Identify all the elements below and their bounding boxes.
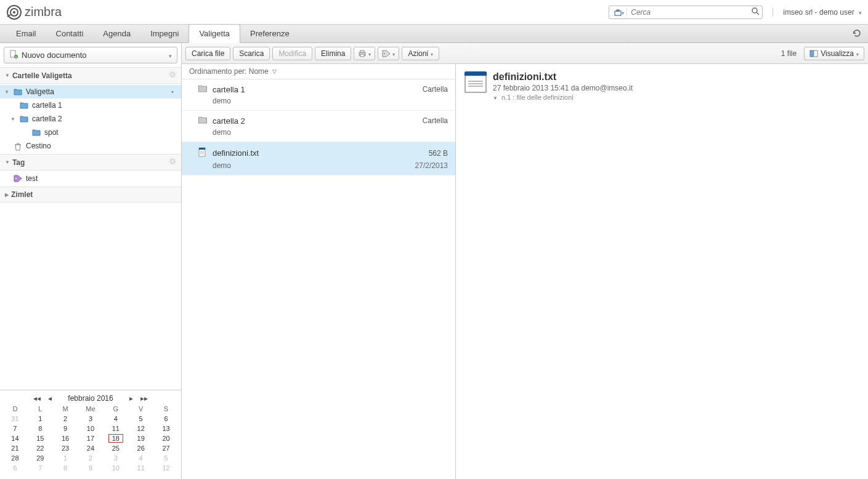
cal-day[interactable]: 25 bbox=[103, 443, 128, 453]
cal-day[interactable]: 10 bbox=[78, 424, 103, 433]
search-box[interactable] bbox=[609, 6, 763, 19]
tab-agenda[interactable]: Agenda bbox=[93, 25, 140, 42]
search-input[interactable] bbox=[627, 8, 751, 17]
cal-day[interactable]: 15 bbox=[28, 433, 53, 443]
tree-item-spot[interactable]: spot bbox=[0, 126, 181, 139]
view-button[interactable]: Visualizza bbox=[804, 47, 864, 60]
upload-button[interactable]: Carica file bbox=[185, 47, 230, 60]
cal-day[interactable]: 26 bbox=[128, 443, 153, 453]
file-item[interactable]: cartella 1Cartellademo bbox=[182, 79, 455, 111]
search-icon[interactable] bbox=[751, 7, 760, 17]
tab-valigetta[interactable]: Valigetta bbox=[189, 24, 240, 43]
tab-impegni[interactable]: Impegni bbox=[140, 25, 189, 42]
cal-day[interactable]: 7 bbox=[2, 424, 28, 433]
cal-day[interactable]: 5 bbox=[128, 414, 153, 424]
chevron-down-icon[interactable] bbox=[171, 89, 174, 95]
download-button[interactable]: Scarica bbox=[233, 47, 270, 60]
cal-day[interactable]: 17 bbox=[78, 433, 103, 443]
tag-item-label: test bbox=[26, 174, 38, 183]
cal-day[interactable]: 13 bbox=[153, 424, 179, 433]
tag-icon bbox=[382, 50, 391, 57]
tag-tree: test bbox=[0, 171, 181, 187]
cal-day[interactable]: 5 bbox=[153, 453, 179, 463]
tree-item-valigetta[interactable]: ▼ Valigetta bbox=[0, 85, 181, 99]
tag-button[interactable] bbox=[378, 47, 399, 60]
briefcase-icon bbox=[614, 9, 622, 16]
cal-day[interactable]: 1 bbox=[53, 453, 78, 463]
cal-day[interactable]: 7 bbox=[28, 463, 53, 473]
cal-day[interactable]: 8 bbox=[53, 463, 78, 473]
cal-day[interactable]: 9 bbox=[53, 424, 78, 433]
tree-item-label: cartella 2 bbox=[32, 115, 62, 123]
cal-day-header: L bbox=[28, 404, 53, 414]
svg-point-6 bbox=[752, 8, 757, 13]
cal-day[interactable]: 6 bbox=[153, 414, 179, 424]
cal-day[interactable]: 28 bbox=[2, 453, 28, 463]
cal-day[interactable]: 3 bbox=[78, 414, 103, 424]
cal-day[interactable]: 29 bbox=[28, 453, 53, 463]
cal-day[interactable]: 8 bbox=[28, 424, 53, 433]
cal-day[interactable]: 4 bbox=[103, 414, 128, 424]
cal-day[interactable]: 4 bbox=[128, 453, 153, 463]
cal-day[interactable]: 20 bbox=[153, 433, 179, 443]
cal-day[interactable]: 22 bbox=[28, 443, 53, 453]
refresh-button[interactable] bbox=[852, 28, 862, 40]
sort-header[interactable]: Ordinamento per: Nome ▽ bbox=[182, 64, 455, 79]
tab-preferenze[interactable]: Preferenze bbox=[240, 25, 299, 42]
gear-icon[interactable] bbox=[169, 71, 176, 80]
section-tags[interactable]: ▼ Tag bbox=[0, 154, 181, 171]
tree-item-cestino[interactable]: Cestino bbox=[0, 139, 181, 153]
file-meta: Cartella bbox=[423, 85, 448, 94]
file-item[interactable]: definizioni.txt562 Bdemo27/2/2013 bbox=[182, 142, 455, 175]
cal-day[interactable]: 27 bbox=[153, 443, 179, 453]
cal-day[interactable]: 31 bbox=[2, 414, 28, 424]
cal-day[interactable]: 2 bbox=[78, 453, 103, 463]
user-menu[interactable]: imseo srl - demo user bbox=[773, 8, 862, 17]
cal-day[interactable]: 18 bbox=[103, 433, 128, 443]
gear-icon[interactable] bbox=[169, 158, 176, 167]
new-document-label: Nuovo documento bbox=[22, 50, 87, 60]
tab-contatti[interactable]: Contatti bbox=[46, 25, 94, 42]
cal-day[interactable]: 6 bbox=[2, 463, 28, 473]
cal-next-year[interactable]: ▸▸ bbox=[137, 394, 152, 403]
section-zimlet[interactable]: ▶ Zimlet bbox=[0, 187, 181, 203]
cal-day[interactable]: 11 bbox=[128, 463, 153, 473]
search-scope-selector[interactable] bbox=[612, 8, 627, 17]
cal-prev-year[interactable]: ◂◂ bbox=[30, 394, 44, 403]
cal-day[interactable]: 2 bbox=[53, 414, 78, 424]
tab-email[interactable]: Email bbox=[6, 25, 46, 42]
cal-prev-month[interactable]: ◂ bbox=[44, 394, 55, 403]
section-folders[interactable]: ▼ Cartelle Valigetta bbox=[0, 67, 181, 84]
tree-item-cartella2[interactable]: ▼ cartella 2 bbox=[0, 112, 181, 126]
cal-day[interactable]: 3 bbox=[103, 453, 128, 463]
file-name: cartella 2 bbox=[213, 116, 423, 126]
cal-day[interactable]: 1 bbox=[28, 414, 53, 424]
cal-day[interactable]: 9 bbox=[78, 463, 103, 473]
cal-day[interactable]: 10 bbox=[103, 463, 128, 473]
delete-button[interactable]: Elimina bbox=[315, 47, 351, 60]
cal-next-month[interactable]: ▸ bbox=[126, 394, 137, 403]
cal-day[interactable]: 11 bbox=[103, 424, 128, 433]
cal-day[interactable]: 12 bbox=[128, 424, 153, 433]
cal-title: febbraio 2016 bbox=[55, 394, 125, 403]
folder-icon bbox=[14, 88, 22, 95]
cal-day[interactable]: 14 bbox=[2, 433, 28, 443]
new-document-button[interactable]: + Nuovo documento bbox=[4, 47, 177, 63]
folder-icon bbox=[32, 129, 41, 136]
actions-label: Azioni bbox=[408, 49, 428, 58]
file-author: demo bbox=[213, 128, 448, 137]
cal-day[interactable]: 24 bbox=[78, 443, 103, 453]
cal-day[interactable]: 23 bbox=[53, 443, 78, 453]
tree-item-cartella1[interactable]: cartella 1 bbox=[0, 99, 181, 112]
print-button[interactable] bbox=[354, 47, 375, 60]
cal-day[interactable]: 21 bbox=[2, 443, 28, 453]
logo-icon bbox=[6, 4, 22, 20]
actions-button[interactable]: Azioni bbox=[402, 47, 439, 60]
chevron-down-icon bbox=[859, 8, 862, 17]
file-item[interactable]: cartella 2Cartellademo bbox=[182, 111, 455, 142]
cal-day[interactable]: 16 bbox=[53, 433, 78, 443]
preview-note[interactable]: ▼ n.1 : file delle definizioni bbox=[493, 94, 633, 101]
cal-day[interactable]: 19 bbox=[128, 433, 153, 443]
cal-day[interactable]: 12 bbox=[153, 463, 179, 473]
tag-item-test[interactable]: test bbox=[0, 172, 181, 185]
